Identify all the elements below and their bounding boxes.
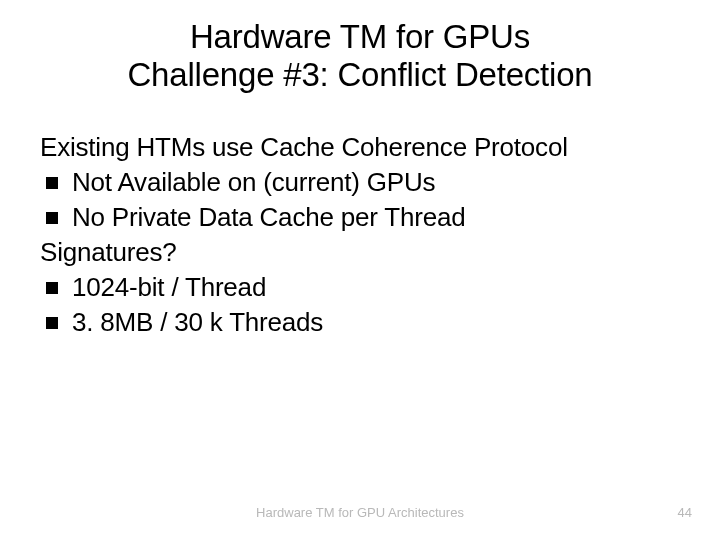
title-line-2: Challenge #3: Conflict Detection xyxy=(127,56,592,93)
bullet-text: Not Available on (current) GPUs xyxy=(72,165,435,200)
bullet-text: 1024-bit / Thread xyxy=(72,270,266,305)
body-paragraph: Existing HTMs use Cache Coherence Protoc… xyxy=(40,130,680,165)
body-paragraph: Signatures? xyxy=(40,235,680,270)
bullet-text: No Private Data Cache per Thread xyxy=(72,200,465,235)
square-bullet-icon xyxy=(46,212,58,224)
footer-text: Hardware TM for GPU Architectures xyxy=(0,505,720,520)
square-bullet-icon xyxy=(46,317,58,329)
slide-body: Existing HTMs use Cache Coherence Protoc… xyxy=(40,130,680,341)
slide-title: Hardware TM for GPUs Challenge #3: Confl… xyxy=(40,18,680,94)
bullet-item: 3. 8MB / 30 k Threads xyxy=(40,305,680,340)
square-bullet-icon xyxy=(46,282,58,294)
bullet-text: 3. 8MB / 30 k Threads xyxy=(72,305,323,340)
bullet-item: Not Available on (current) GPUs xyxy=(40,165,680,200)
bullet-item: 1024-bit / Thread xyxy=(40,270,680,305)
slide: Hardware TM for GPUs Challenge #3: Confl… xyxy=(0,0,720,540)
title-line-1: Hardware TM for GPUs xyxy=(190,18,530,55)
bullet-item: No Private Data Cache per Thread xyxy=(40,200,680,235)
square-bullet-icon xyxy=(46,177,58,189)
page-number: 44 xyxy=(678,505,692,520)
